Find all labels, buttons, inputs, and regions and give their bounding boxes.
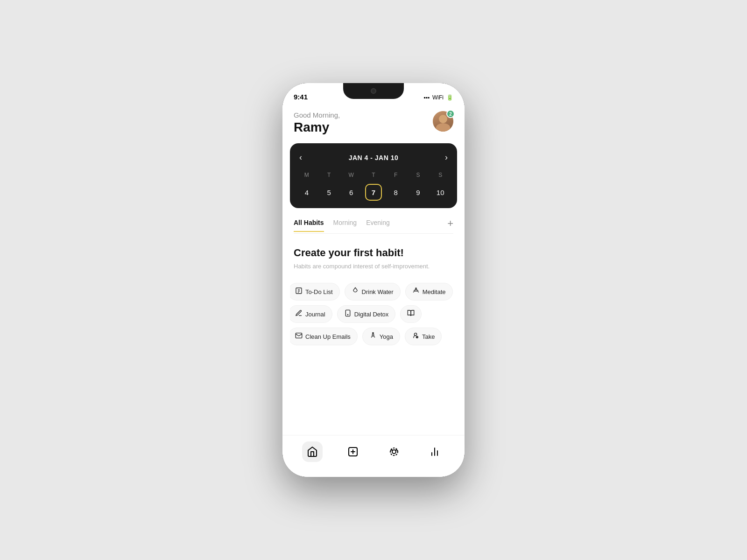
notch xyxy=(343,83,404,99)
nav-home[interactable] xyxy=(296,438,328,466)
calendar-dates: 4 5 6 7 8 9 10 xyxy=(296,184,451,201)
signal-icon: ▪▪▪ xyxy=(423,94,430,101)
chip-yoga-label: Yoga xyxy=(380,333,393,340)
day-label-tue: T xyxy=(318,172,340,178)
chip-meditate[interactable]: Meditate xyxy=(405,283,453,301)
habits-grid: To-Do List Drink Water Meditate xyxy=(282,279,465,359)
notification-badge: 2 xyxy=(446,110,455,118)
journal-icon xyxy=(295,309,303,319)
calendar-title: JAN 4 - JAN 10 xyxy=(349,154,399,161)
nav-stats[interactable] xyxy=(419,438,451,466)
day-label-sat: S xyxy=(407,172,430,178)
svg-point-13 xyxy=(392,450,396,454)
read-icon xyxy=(407,309,415,319)
battery-icon: 🔋 xyxy=(446,94,453,101)
tabs-section: All Habits Morning Evening + xyxy=(282,216,465,234)
avatar-container[interactable]: 2 xyxy=(433,111,453,132)
tab-morning[interactable]: Morning xyxy=(333,219,357,232)
chip-drink-water[interactable]: Drink Water xyxy=(345,283,401,301)
chip-digital-detox-label: Digital Detox xyxy=(354,311,389,318)
svg-point-5 xyxy=(347,315,348,315)
tabs-left: All Habits Morning Evening xyxy=(294,219,390,232)
nav-add[interactable] xyxy=(337,438,369,466)
email-icon xyxy=(295,332,303,341)
habits-row-2: Journal Digital Detox xyxy=(290,305,457,323)
chip-clean-emails[interactable]: Clean Up Emails xyxy=(290,328,358,345)
date-6[interactable]: 6 xyxy=(340,184,362,201)
camera-icon[interactable] xyxy=(384,441,404,462)
bottom-nav xyxy=(282,435,465,477)
chip-water-label: Drink Water xyxy=(362,288,394,295)
meditate-icon xyxy=(412,287,420,296)
chip-todo-list[interactable]: To-Do List xyxy=(290,283,340,301)
day-label-wed: W xyxy=(340,172,362,178)
status-icons: ▪▪▪ WiFi 🔋 xyxy=(423,94,453,101)
date-7-today[interactable]: 7 xyxy=(365,184,382,201)
plus-icon[interactable] xyxy=(343,441,363,462)
tab-evening[interactable]: Evening xyxy=(366,219,390,232)
tabs-row: All Habits Morning Evening + xyxy=(294,217,453,234)
status-time: 9:41 xyxy=(294,93,308,101)
phone-frame: 9:41 ▪▪▪ WiFi 🔋 Good Morning, Ramy 2 xyxy=(282,83,465,477)
svg-rect-4 xyxy=(345,310,350,316)
empty-subtitle: Habits are compound interest of self-imp… xyxy=(294,263,453,270)
calendar-widget: ‹ JAN 4 - JAN 10 › M T W T F S S 4 5 6 xyxy=(290,143,457,208)
date-4[interactable]: 4 xyxy=(296,184,318,201)
svg-point-14 xyxy=(390,448,398,455)
front-camera xyxy=(371,88,376,94)
add-habit-button[interactable]: + xyxy=(447,217,453,233)
greeting-text: Good Morning, xyxy=(294,111,340,119)
chip-digital-detox[interactable]: Digital Detox xyxy=(337,305,396,323)
date-9[interactable]: 9 xyxy=(407,184,430,201)
tab-all-habits[interactable]: All Habits xyxy=(294,219,324,232)
date-8[interactable]: 8 xyxy=(385,184,407,201)
day-label-sun: S xyxy=(429,172,451,178)
todo-icon xyxy=(295,287,303,296)
chip-read[interactable] xyxy=(400,305,422,323)
greeting-block: Good Morning, Ramy xyxy=(294,111,340,135)
date-5[interactable]: 5 xyxy=(318,184,340,201)
chip-todo-label: To-Do List xyxy=(305,288,333,295)
chip-take-label: Take xyxy=(422,333,435,340)
chip-take[interactable]: Take xyxy=(405,328,442,345)
day-label-mon: M xyxy=(296,172,318,178)
habits-row-1: To-Do List Drink Water Meditate xyxy=(290,283,457,301)
empty-state: Create your first habit! Habits are comp… xyxy=(282,234,465,279)
digital-detox-icon xyxy=(344,309,352,319)
yoga-icon xyxy=(369,332,377,341)
day-label-thu: T xyxy=(362,172,385,178)
habits-row-3: Clean Up Emails Yoga Take xyxy=(290,328,457,345)
home-icon[interactable] xyxy=(302,441,323,462)
svg-rect-6 xyxy=(296,333,302,338)
calendar-header: ‹ JAN 4 - JAN 10 › xyxy=(296,151,451,164)
day-label-fri: F xyxy=(385,172,407,178)
chip-journal[interactable]: Journal xyxy=(290,305,332,323)
svg-point-8 xyxy=(414,333,416,336)
calendar-prev-button[interactable]: ‹ xyxy=(296,151,306,164)
water-icon xyxy=(352,287,359,296)
main-content: Good Morning, Ramy 2 ‹ JAN 4 - JAN 10 › xyxy=(282,104,465,477)
chip-journal-label: Journal xyxy=(305,311,325,318)
username-text: Ramy xyxy=(294,120,340,135)
calendar-next-button[interactable]: › xyxy=(441,151,451,164)
date-10[interactable]: 10 xyxy=(429,184,451,201)
wifi-icon: WiFi xyxy=(432,94,444,101)
chip-meditate-label: Meditate xyxy=(423,288,446,295)
calendar-days-header: M T W T F S S xyxy=(296,172,451,178)
chip-yoga[interactable]: Yoga xyxy=(362,328,400,345)
empty-title: Create your first habit! xyxy=(294,247,453,259)
phone-screen: 9:41 ▪▪▪ WiFi 🔋 Good Morning, Ramy 2 xyxy=(282,83,465,477)
chip-email-label: Clean Up Emails xyxy=(305,333,351,340)
header: Good Morning, Ramy 2 xyxy=(282,104,465,140)
nav-camera[interactable] xyxy=(378,438,410,466)
chart-icon[interactable] xyxy=(424,441,445,462)
take-icon xyxy=(412,332,419,341)
